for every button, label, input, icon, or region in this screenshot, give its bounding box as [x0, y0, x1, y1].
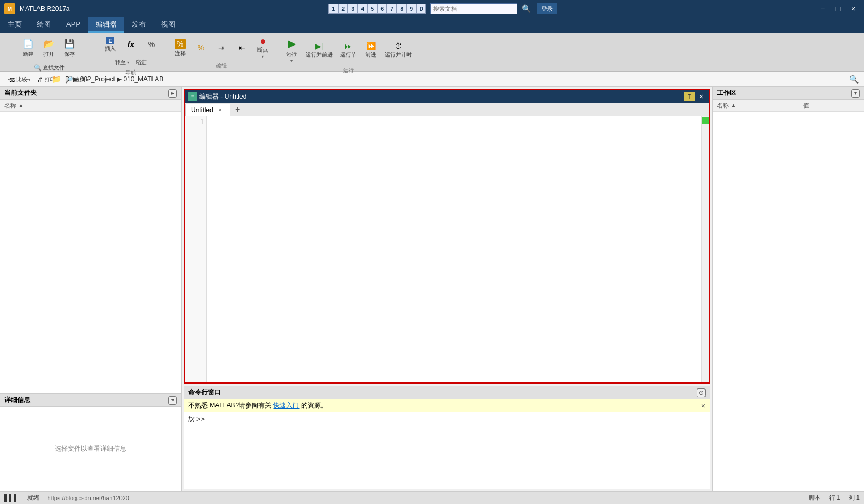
- menu-item-editor[interactable]: 编辑器: [88, 17, 124, 33]
- num-btn-4[interactable]: 4: [358, 4, 367, 14]
- maximize-button[interactable]: □: [831, 3, 844, 14]
- menu-bar: 主页 绘图 APP 编辑器 发布 视图: [0, 17, 864, 33]
- toolbar-save-button[interactable]: 💾 保存: [60, 35, 79, 60]
- run-advance-icon: ▶|: [315, 42, 323, 50]
- uncomment-button[interactable]: %: [191, 41, 211, 55]
- num-btn-6[interactable]: 6: [377, 4, 387, 14]
- address-path: D: ▶ 002_Project ▶ 010_MATLAB: [65, 75, 163, 83]
- goto-button[interactable]: 转至 ▾: [112, 57, 132, 68]
- comment-button[interactable]: % 注释: [170, 36, 190, 60]
- num-btn-7[interactable]: 7: [387, 4, 397, 14]
- workspace-title: 工作区: [717, 88, 736, 98]
- toolbar-file-main-buttons: 📄 新建 📂 打开 💾 保存: [18, 35, 79, 60]
- search-input[interactable]: [430, 3, 517, 14]
- search-area: 🔍: [430, 3, 532, 14]
- open-label: 打开: [43, 50, 54, 58]
- info-link[interactable]: 快速入门: [273, 401, 299, 409]
- run-button[interactable]: ▶ 运行 ▾: [282, 35, 301, 66]
- toolbar-new-button[interactable]: 📄 新建: [18, 35, 38, 60]
- fx-button[interactable]: fx: [121, 38, 141, 52]
- run-section-button[interactable]: ⏭ 运行节: [337, 40, 360, 61]
- num-btn-1[interactable]: 1: [328, 4, 338, 14]
- save-label: 保存: [64, 50, 75, 58]
- menu-item-app[interactable]: APP: [59, 17, 88, 33]
- forward-button[interactable]: →: [20, 73, 31, 85]
- editor-right-bar: [701, 116, 709, 382]
- find-file-label: 查找文件: [43, 64, 65, 72]
- tab-close-button[interactable]: ×: [217, 106, 224, 114]
- menu-item-publish[interactable]: 发布: [124, 17, 154, 33]
- address-search-button[interactable]: 🔍: [848, 73, 860, 85]
- workspace-value-col: 值: [799, 101, 864, 110]
- command-input-area: fx >>: [184, 412, 710, 489]
- editor-tab-untitled[interactable]: Untitled ×: [185, 104, 230, 116]
- app-title: MATLAB R2017a: [20, 5, 70, 12]
- code-editor[interactable]: [207, 116, 701, 382]
- toolbar-open-button[interactable]: 📂 打开: [39, 35, 59, 60]
- status-left: ▌▌▌ 就绪 https://blog.csdn.net/han12020: [4, 494, 129, 502]
- detail-title: 详细信息: [4, 395, 30, 405]
- info-text: 不熟悉 MATLAB?请参阅有关 快速入门 的资源。: [188, 401, 327, 410]
- back-button[interactable]: ←: [4, 73, 16, 85]
- up-button[interactable]: ↑: [35, 73, 47, 85]
- left-panel: 当前文件夹 ▸ 名称 ▲ 详细信息 ▾ 选择文件以查看详细信息: [0, 87, 182, 491]
- run-timed-button[interactable]: ⏱ 运行并计时: [382, 40, 415, 61]
- folder-icon-button[interactable]: 📁: [50, 73, 62, 85]
- command-expand-button[interactable]: ⊙: [697, 388, 706, 397]
- run-advance-button[interactable]: ▶| 运行并前进: [302, 40, 336, 61]
- num-btn-5[interactable]: 5: [367, 4, 377, 14]
- file-list-header: 名称 ▲: [0, 100, 181, 112]
- breakpoint-button[interactable]: ⏺ 断点 ▾: [253, 35, 272, 61]
- indent-button[interactable]: 缩进: [133, 57, 149, 68]
- fx-icon: fx: [128, 40, 134, 49]
- editor-close-button[interactable]: ×: [697, 92, 706, 101]
- row-indicator: 行 1: [829, 494, 840, 502]
- save-icon: 💾: [63, 37, 76, 50]
- login-button[interactable]: 登录: [537, 3, 557, 14]
- menu-item-home[interactable]: 主页: [0, 17, 29, 33]
- close-button[interactable]: ×: [847, 3, 860, 14]
- insert-button[interactable]: E 插入: [100, 35, 120, 55]
- outdent-button[interactable]: ⇤: [232, 41, 252, 55]
- menu-item-plot[interactable]: 绘图: [29, 17, 59, 33]
- status-bar: ▌▌▌ 就绪 https://blog.csdn.net/han12020 脚本…: [0, 491, 864, 504]
- toolbar-nav-main: E 插入 fx %: [100, 35, 161, 55]
- search-button[interactable]: 🔍: [519, 3, 532, 14]
- minimize-button[interactable]: −: [816, 3, 829, 14]
- toolbar-nav-small: 转至 ▾ 缩进: [112, 57, 149, 68]
- editor-file-icon: ≡: [188, 92, 197, 101]
- find-file-icon: 🔍: [34, 64, 42, 72]
- status-text: 就绪: [27, 494, 39, 502]
- file-browser-collapse[interactable]: ▸: [168, 89, 177, 98]
- indent-label: 缩进: [136, 59, 147, 66]
- num-btn-8[interactable]: 8: [397, 4, 406, 14]
- info-close-button[interactable]: ×: [701, 401, 706, 410]
- detail-collapse-button[interactable]: ▾: [168, 396, 177, 405]
- detail-content: 选择文件以查看详细信息: [0, 407, 181, 491]
- new-label: 新建: [23, 50, 34, 58]
- workspace-collapse-button[interactable]: ▾: [851, 89, 860, 98]
- file-name-col: 名称 ▲: [4, 101, 24, 110]
- file-browser-title: 当前文件夹: [4, 88, 37, 98]
- num-btn-2[interactable]: 2: [338, 4, 348, 14]
- find-file-button[interactable]: 🔍 查找文件: [31, 62, 67, 73]
- outdent-icon: ⇤: [239, 43, 245, 52]
- num-buttons-group: 1 2 3 4 5 6 7 8 9 D: [328, 4, 426, 14]
- menu-item-view[interactable]: 视图: [154, 17, 183, 33]
- num-btn-9[interactable]: 9: [406, 4, 416, 14]
- new-icon: 📄: [22, 37, 35, 50]
- num-btn-3[interactable]: 3: [348, 4, 358, 14]
- detail-placeholder: 选择文件以查看详细信息: [55, 444, 126, 454]
- indent2-button[interactable]: ⇥: [212, 41, 231, 55]
- step-forward-button[interactable]: ⏩ 前进: [361, 40, 380, 61]
- prompt-symbol: >>: [196, 415, 205, 423]
- editor-ctrl-button[interactable]: T: [684, 92, 695, 101]
- toolbar-section-run: ▶ 运行 ▾ ▶| 运行并前进 ⏭ 运行节 ⏩ 前进 ⏱ 运行并计时 运行: [277, 35, 420, 68]
- command-input[interactable]: [207, 414, 706, 423]
- tab-add-button[interactable]: +: [231, 104, 244, 116]
- editor-content: 1: [185, 116, 709, 382]
- percent-button[interactable]: %: [142, 38, 161, 52]
- num-btn-d[interactable]: D: [416, 4, 426, 14]
- editor-panel: ≡ 编辑器 - Untitled T × Untitled × +: [184, 89, 710, 384]
- info-banner: 不熟悉 MATLAB?请参阅有关 快速入门 的资源。 ×: [184, 399, 710, 412]
